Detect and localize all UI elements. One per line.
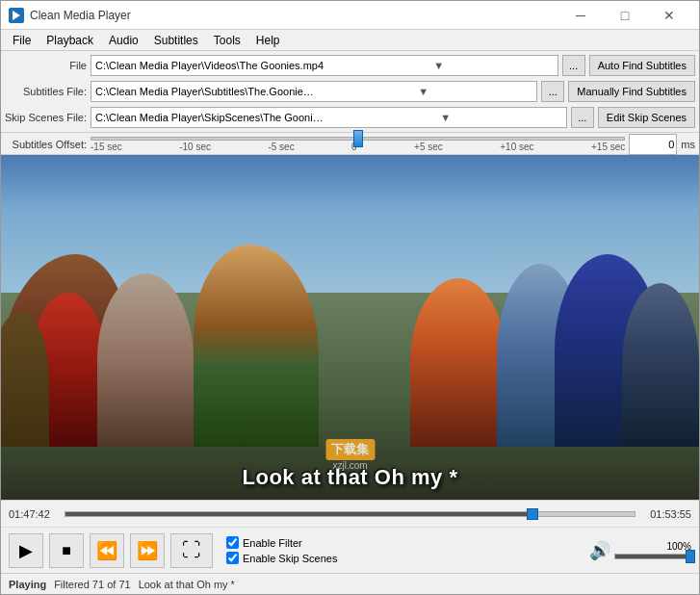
subtitles-path-text: C:\Clean Media Player\Subtitles\The.Goon…: [95, 86, 314, 97]
status-bar: Playing Filtered 71 of 71 Look at that O…: [1, 573, 699, 594]
offset-label: Subtitles Offset:: [5, 139, 87, 150]
slider-label-n10: -10 sec: [179, 142, 211, 152]
menu-file[interactable]: File: [5, 30, 39, 50]
svg-marker-0: [13, 11, 20, 20]
edit-skip-scenes-button[interactable]: Edit Skip Scenes: [598, 107, 695, 128]
progress-area: 01:47:42 01:53:55: [1, 500, 699, 527]
skip-scenes-browse-button[interactable]: ...: [571, 107, 594, 128]
slider-label-n5: -5 sec: [268, 142, 294, 152]
person-4: [410, 278, 506, 447]
enable-filter-checkbox[interactable]: [226, 536, 239, 549]
status-playing: Playing: [9, 579, 46, 590]
status-subtitle: Look at that Oh my *: [139, 579, 235, 590]
file-path-text: C:\Clean Media Player\Videos\The Goonies…: [95, 60, 324, 71]
crowd-layer: [1, 235, 699, 447]
skip-scenes-path-text: C:\Clean Media Player\SkipScenes\The Goo…: [95, 112, 328, 123]
progress-fill: [65, 512, 532, 516]
video-background: Look at that Oh my *: [1, 155, 699, 500]
offset-slider-container: -15 sec -10 sec -5 sec 0 +5 sec +10 sec …: [91, 135, 625, 154]
file-row: File C:\Clean Media Player\Videos\The Go…: [5, 54, 695, 77]
status-filter-info: Filtered 71 of 71: [54, 579, 131, 590]
menu-subtitles[interactable]: Subtitles: [146, 30, 206, 50]
manually-find-subtitles-button[interactable]: Manually Find Subtitles: [568, 81, 695, 102]
window-title: Clean Media Player: [30, 9, 131, 22]
auto-find-subtitles-button[interactable]: Auto Find Subtitles: [589, 55, 695, 76]
close-button[interactable]: ✕: [647, 1, 691, 30]
rewind-button[interactable]: ⏪: [90, 533, 124, 568]
menu-help[interactable]: Help: [248, 30, 288, 50]
subtitles-combo[interactable]: C:\Clean Media Player\Subtitles\The.Goon…: [91, 81, 537, 102]
offset-slider-track[interactable]: [91, 137, 625, 141]
progress-thumb[interactable]: [527, 508, 538, 520]
app-icon: [9, 8, 24, 23]
progress-track[interactable]: [65, 511, 635, 517]
enable-filter-row: Enable Filter: [226, 536, 337, 549]
enable-skip-checkbox[interactable]: [226, 552, 239, 564]
video-subtitle: Look at that Oh my *: [1, 465, 699, 490]
offset-input[interactable]: [629, 134, 677, 155]
ms-label: ms: [681, 139, 695, 150]
person-3: [97, 273, 194, 447]
main-window: Clean Media Player ─ □ ✕ File Playback A…: [0, 0, 700, 595]
controls-area: ▶ ■ ⏪ ⏩ ⛶ Enable Filter Enable Skip Scen…: [1, 527, 699, 573]
volume-fill: [615, 555, 690, 558]
video-area[interactable]: Look at that Oh my * 下载集 xzjl.com: [1, 155, 699, 500]
subtitles-combo-arrow: ▼: [314, 86, 532, 97]
subtitles-label: Subtitles File:: [5, 86, 87, 97]
offset-row: Subtitles Offset: -15 sec -10 sec -5 sec…: [5, 135, 695, 154]
volume-track[interactable]: [614, 554, 691, 559]
fullscreen-button[interactable]: ⛶: [170, 533, 213, 568]
enable-skip-row: Enable Skip Scenes: [226, 552, 337, 564]
volume-area: 🔊 100%: [589, 540, 691, 561]
title-controls: ─ □ ✕: [558, 1, 691, 30]
menu-bar: File Playback Audio Subtitles Tools Help: [1, 30, 699, 51]
subtitles-row: Subtitles File: C:\Clean Media Player\Su…: [5, 80, 695, 103]
fast-forward-button[interactable]: ⏩: [130, 533, 165, 568]
file-combo-arrow: ▼: [324, 60, 554, 71]
offset-section: Subtitles Offset: -15 sec -10 sec -5 sec…: [1, 133, 699, 155]
person-main: [194, 245, 319, 447]
menu-audio[interactable]: Audio: [101, 30, 146, 50]
maximize-button[interactable]: □: [603, 1, 647, 30]
current-time: 01:47:42: [9, 508, 57, 520]
file-label: File: [5, 60, 87, 71]
skip-scenes-label: Skip Scenes File:: [5, 112, 87, 123]
skip-scenes-row: Skip Scenes File: C:\Clean Media Player\…: [5, 106, 695, 129]
person-7: [622, 283, 699, 447]
file-combo[interactable]: C:\Clean Media Player\Videos\The Goonies…: [91, 55, 558, 76]
play-button[interactable]: ▶: [9, 533, 43, 568]
slider-label-p5: +5 sec: [414, 142, 443, 152]
subtitles-browse-button[interactable]: ...: [541, 81, 564, 102]
toolbar: File C:\Clean Media Player\Videos\The Go…: [1, 51, 699, 133]
skip-scenes-combo-arrow: ▼: [328, 112, 561, 123]
menu-playback[interactable]: Playback: [39, 30, 101, 50]
file-browse-button[interactable]: ...: [562, 55, 585, 76]
slider-label-p10: +10 sec: [500, 142, 533, 152]
slider-label-p15: +15 sec: [591, 142, 625, 152]
skip-scenes-combo[interactable]: C:\Clean Media Player\SkipScenes\The Goo…: [91, 107, 567, 128]
stop-button[interactable]: ■: [49, 533, 84, 568]
minimize-button[interactable]: ─: [558, 1, 603, 30]
volume-control: 100%: [614, 541, 691, 559]
volume-thumb[interactable]: [686, 550, 695, 563]
volume-icon[interactable]: 🔊: [589, 540, 610, 561]
slider-label-n15: -15 sec: [91, 142, 122, 152]
title-bar: Clean Media Player ─ □ ✕: [1, 1, 699, 30]
end-time: 01:53:55: [643, 508, 691, 520]
enable-filter-label: Enable Filter: [243, 537, 302, 549]
title-bar-left: Clean Media Player: [9, 8, 131, 23]
offset-slider-thumb[interactable]: [353, 130, 363, 147]
menu-tools[interactable]: Tools: [206, 30, 248, 50]
checkboxes-area: Enable Filter Enable Skip Scenes: [226, 536, 337, 564]
enable-skip-label: Enable Skip Scenes: [243, 553, 337, 564]
